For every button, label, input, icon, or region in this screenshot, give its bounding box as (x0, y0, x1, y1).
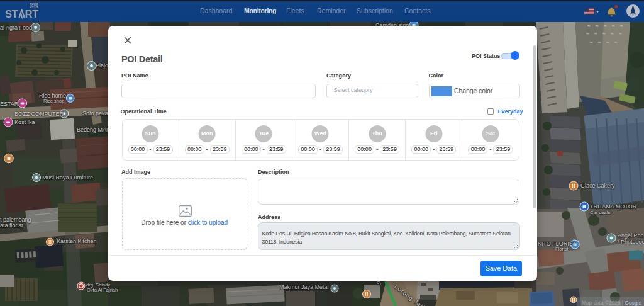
svg-text:GPS: GPS (31, 4, 38, 8)
svg-text:ST: ST (5, 8, 18, 20)
svg-text:RT: RT (25, 8, 38, 20)
